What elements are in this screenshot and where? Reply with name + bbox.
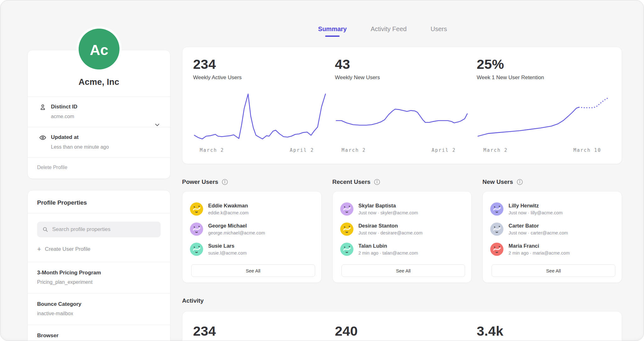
metric-label: Weekly Active Users bbox=[193, 74, 327, 81]
property-row[interactable]: Bounce Category inactive-mailbox bbox=[28, 294, 170, 325]
user-row[interactable]: Lilly Herwitz Just now · lilly@acme.com bbox=[490, 199, 617, 219]
x-axis-label: March 2 bbox=[200, 147, 224, 153]
user-subtitle: Just now · skyler@acme.com bbox=[358, 210, 418, 215]
company-name: Acme, Inc bbox=[28, 77, 170, 87]
metric-value: 234 bbox=[193, 57, 327, 72]
property-row[interactable]: 3-Month Pricing Program Pricing_plan_exp… bbox=[28, 262, 170, 293]
user-subtitle: Just now · lilly@acme.com bbox=[508, 210, 563, 215]
property-value: inactive-mailbox bbox=[37, 311, 161, 316]
profile-properties-card: Profile Properties + Create User Profile bbox=[27, 190, 170, 341]
metric-value: 25% bbox=[477, 57, 611, 72]
metric-week1-retention: 25% Week 1 New User Retention March 2 Ma… bbox=[477, 57, 611, 156]
field-value: acme.com bbox=[51, 114, 77, 119]
user-name: Skylar Baptista bbox=[358, 203, 418, 209]
metric-weekly-active-users: 234 Weekly Active Users March 2 April 2 bbox=[193, 57, 327, 156]
search-profile-properties[interactable] bbox=[37, 222, 161, 237]
company-avatar: Ac bbox=[76, 26, 122, 72]
search-icon bbox=[42, 226, 48, 233]
create-user-profile-button[interactable]: + Create User Profile bbox=[37, 246, 90, 252]
create-user-profile-label: Create User Profile bbox=[45, 246, 91, 252]
user-subtitle: Just now · desirare@acme.com bbox=[358, 230, 423, 235]
property-name: 3-Month Pricing Program bbox=[37, 270, 161, 276]
user-name: Talan Lubin bbox=[358, 243, 418, 249]
week1-retention-chart bbox=[477, 90, 611, 144]
metric-label: Week 1 New User Retention bbox=[477, 74, 611, 81]
see-all-button[interactable]: See All bbox=[191, 264, 315, 277]
user-subtitle: eddie.k@acme.com bbox=[208, 210, 248, 215]
weekly-active-users-chart bbox=[193, 90, 327, 144]
user-avatar bbox=[340, 223, 353, 236]
x-axis-label: April 2 bbox=[290, 147, 314, 153]
user-subtitle: 2 min ago · talan@acme.com bbox=[358, 250, 418, 256]
metric-label: Weekly New Users bbox=[335, 74, 469, 81]
person-icon bbox=[39, 103, 47, 111]
field-label: Updated at bbox=[51, 134, 109, 140]
info-icon[interactable] bbox=[374, 179, 380, 185]
user-name: George Michael bbox=[208, 223, 265, 229]
tab-users[interactable]: Users bbox=[430, 25, 447, 37]
user-row[interactable]: Maria Franci 2 min ago · maria@acme.com bbox=[490, 239, 617, 259]
user-lists: Power Users bbox=[182, 179, 622, 283]
user-name: Lilly Herwitz bbox=[508, 203, 563, 209]
plus-icon: + bbox=[37, 246, 41, 252]
tab-activity-feed[interactable]: Activity Feed bbox=[371, 25, 407, 37]
property-name: Browser bbox=[37, 333, 161, 339]
user-row[interactable]: Carter Bator Just now · carter@acme.com bbox=[490, 219, 617, 239]
user-row[interactable]: Eddie Kwakman eddie.k@acme.com bbox=[190, 199, 316, 219]
user-name: Carter Bator bbox=[508, 223, 568, 229]
power-users-list: Power Users bbox=[182, 179, 322, 283]
list-title: Power Users bbox=[182, 179, 218, 185]
user-row[interactable]: Susie Lars susie.l@acme.com bbox=[190, 239, 316, 259]
user-avatar bbox=[490, 202, 503, 216]
x-axis-label: March 10 bbox=[573, 147, 601, 153]
user-row[interactable]: Skylar Baptista Just now · skyler@acme.c… bbox=[340, 199, 467, 219]
new-users-list: New Users bbox=[482, 179, 622, 283]
profile-sidebar: Ac Acme, Inc Distinct ID acme.com bbox=[27, 26, 170, 341]
profile-properties-title: Profile Properties bbox=[28, 190, 170, 213]
user-row[interactable]: Desirae Stanton Just now · desirare@acme… bbox=[340, 219, 467, 239]
x-axis-label: March 2 bbox=[341, 147, 366, 153]
field-distinct-id[interactable]: Distinct ID acme.com bbox=[28, 97, 170, 127]
search-profile-properties-input[interactable] bbox=[52, 226, 156, 233]
user-name: Desirae Stanton bbox=[358, 223, 423, 229]
user-subtitle: 2 min ago · maria@acme.com bbox=[508, 250, 569, 256]
field-value: Less than one minute ago bbox=[51, 144, 109, 150]
activity-metric: 234 bbox=[193, 323, 327, 341]
user-avatar bbox=[340, 243, 353, 256]
activity-metric: 3.4k bbox=[477, 323, 611, 341]
recent-users-list: Recent Users bbox=[332, 179, 472, 283]
user-row[interactable]: Talan Lubin 2 min ago · talan@acme.com bbox=[340, 239, 467, 259]
user-avatar bbox=[340, 202, 353, 216]
x-axis-label: April 2 bbox=[431, 147, 456, 153]
x-axis-label: March 2 bbox=[483, 147, 508, 153]
activity-card: 234 240 3.4k bbox=[182, 311, 622, 341]
tab-summary[interactable]: Summary bbox=[318, 25, 347, 37]
list-title: New Users bbox=[482, 179, 513, 185]
property-name: Bounce Category bbox=[37, 301, 161, 307]
see-all-button[interactable]: See All bbox=[491, 264, 615, 277]
info-icon[interactable] bbox=[221, 179, 228, 185]
profile-tabs: Summary Activity Feed Users bbox=[163, 25, 602, 37]
active-tab-underline bbox=[325, 36, 340, 37]
delete-profile-button[interactable]: Delete Profile bbox=[28, 158, 170, 179]
user-row[interactable]: George Michael george.michael@acme.com bbox=[190, 219, 316, 239]
user-avatar bbox=[190, 243, 203, 256]
company-avatar-circle: Ac bbox=[79, 29, 119, 69]
summary-card: 234 Weekly Active Users March 2 April 2 … bbox=[182, 47, 622, 164]
user-subtitle: george.michael@acme.com bbox=[208, 230, 265, 235]
user-name: Maria Franci bbox=[508, 243, 569, 249]
user-avatar bbox=[490, 243, 503, 256]
info-icon[interactable] bbox=[516, 179, 523, 185]
user-subtitle: Just now · carter@acme.com bbox=[508, 230, 568, 235]
field-label: Distinct ID bbox=[51, 104, 77, 110]
activity-section: Activity 234 240 3.4k bbox=[182, 297, 622, 341]
property-value: Pricing_plan_experiment bbox=[37, 279, 161, 285]
metric-value: 43 bbox=[335, 57, 469, 72]
user-avatar bbox=[490, 223, 503, 236]
property-row[interactable]: Browser Chrome bbox=[28, 325, 170, 341]
app-window: Ac Acme, Inc Distinct ID acme.com bbox=[0, 0, 644, 341]
main-content: Summary Activity Feed Users 234 Weekly A… bbox=[182, 0, 622, 341]
see-all-button[interactable]: See All bbox=[341, 264, 465, 277]
user-name: Eddie Kwakman bbox=[208, 203, 248, 209]
activity-title: Activity bbox=[182, 297, 622, 304]
